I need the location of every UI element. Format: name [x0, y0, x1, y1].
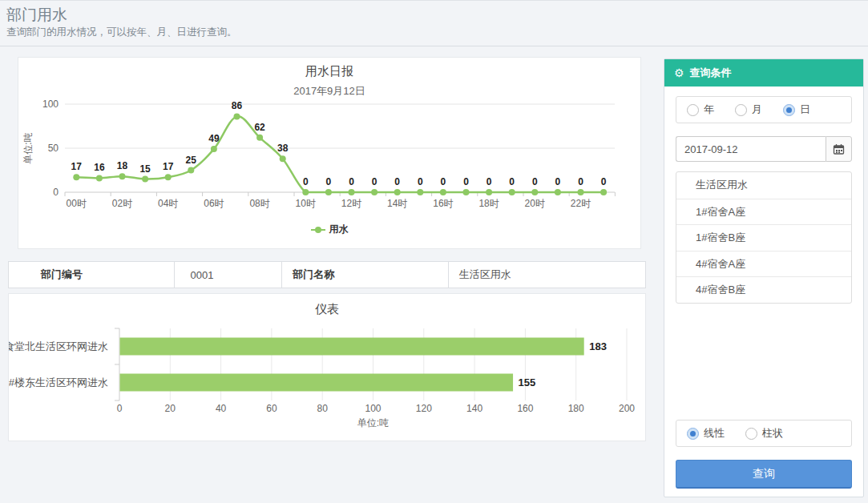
query-button[interactable]: 查询	[676, 460, 852, 489]
dept-name-value: 生活区用水	[449, 262, 645, 288]
data-point-label: 18	[117, 160, 128, 171]
data-point-label: 0	[349, 176, 354, 187]
data-point-label: 0	[601, 176, 607, 187]
data-point-label: 25	[186, 155, 197, 166]
x-tick-label: 80	[317, 403, 329, 414]
data-point[interactable]	[280, 155, 286, 162]
dept-id-label: 部门编号	[9, 262, 175, 288]
department-list: 生活区用水1#宿舍A座1#宿舍B座4#宿舍A座4#宿舍B座	[676, 171, 852, 304]
data-point[interactable]	[531, 189, 538, 195]
line-chart-legend[interactable]: 用水	[18, 223, 640, 236]
meter-bar-chart-panel: 仪表 020406080100120140160180200食堂北生活区环网进水…	[8, 293, 646, 441]
bar-category-label: 1#楼东生活区环网进水	[9, 376, 108, 388]
data-point[interactable]	[440, 189, 446, 195]
x-tick-label: 100	[365, 403, 381, 414]
line-chart-title: 用水日报	[18, 64, 640, 79]
bar-chart: 020406080100120140160180200食堂北生活区环网进水183…	[9, 322, 647, 442]
dept-list-item[interactable]: 4#宿舍B座	[676, 276, 851, 303]
radio-label: 柱状	[762, 426, 783, 441]
dept-list-item[interactable]: 4#宿舍A座	[676, 251, 851, 277]
data-point[interactable]	[142, 176, 148, 183]
dept-name-label: 部门名称	[282, 262, 448, 288]
line-series-icon	[311, 229, 325, 231]
x-tick-label: 00时	[67, 198, 87, 209]
data-point[interactable]	[394, 189, 401, 195]
bar[interactable]	[120, 338, 584, 356]
date-input[interactable]	[676, 136, 826, 162]
radio-label: 月	[752, 103, 762, 117]
data-point-label: 0	[303, 176, 309, 187]
dept-list-item[interactable]: 1#宿舍B座	[676, 224, 851, 251]
x-tick-label: 160	[517, 403, 533, 414]
dept-list-item[interactable]: 生活区用水	[676, 172, 851, 199]
y-axis-name: 单位:吨	[22, 132, 34, 163]
x-tick-label: 06时	[204, 198, 224, 209]
dept-list-item[interactable]: 1#宿舍A座	[676, 199, 851, 225]
calendar-button[interactable]	[826, 136, 852, 162]
x-tick-label: 08时	[249, 198, 269, 209]
gear-icon: ⚙	[674, 67, 684, 78]
radio-icon	[783, 104, 795, 116]
data-point[interactable]	[325, 189, 332, 195]
sidebar-title: 查询条件	[690, 66, 732, 80]
radio-icon	[687, 428, 699, 440]
data-point[interactable]	[165, 174, 172, 180]
data-point[interactable]	[302, 189, 309, 195]
y-tick-label: 100	[42, 99, 59, 110]
x-tick-label: 14时	[387, 198, 407, 209]
calendar-icon	[833, 143, 845, 155]
radio-icon	[687, 104, 699, 116]
radio-icon	[735, 104, 747, 116]
data-point[interactable]	[73, 174, 79, 180]
data-point[interactable]	[211, 146, 217, 152]
date-picker-group	[676, 136, 852, 162]
period-radio-option[interactable]: 月	[735, 103, 762, 117]
data-point[interactable]	[349, 189, 355, 195]
x-axis-name: 单位:吨	[357, 417, 389, 429]
data-point[interactable]	[463, 189, 470, 195]
data-point[interactable]	[119, 173, 126, 179]
bar-value-label: 183	[589, 340, 607, 352]
period-radio-option[interactable]: 年	[687, 103, 714, 117]
x-tick-label: 22时	[571, 198, 591, 209]
data-point-label: 0	[555, 176, 561, 187]
x-tick-label: 10时	[296, 198, 316, 209]
data-point[interactable]	[486, 189, 492, 195]
data-point[interactable]	[96, 175, 103, 181]
data-point-label: 0	[509, 176, 515, 187]
bar-chart-title: 仪表	[9, 302, 645, 317]
dept-id-value: 0001	[175, 262, 283, 288]
data-point-label: 0	[486, 176, 492, 187]
period-radio-option[interactable]: 日	[783, 103, 810, 117]
x-tick-label: 20时	[525, 198, 545, 209]
data-point[interactable]	[188, 167, 194, 174]
data-point[interactable]	[417, 189, 423, 195]
data-point[interactable]	[578, 189, 584, 195]
x-tick-label: 04时	[158, 198, 178, 209]
data-point-label: 15	[139, 163, 151, 175]
x-tick-label: 180	[568, 403, 584, 414]
x-tick-label: 60	[266, 403, 277, 414]
data-point-label: 86	[232, 100, 243, 111]
x-tick-label: 120	[416, 403, 432, 414]
style-radio-option[interactable]: 线性	[687, 426, 725, 441]
x-tick-label: 12时	[341, 198, 361, 209]
page-subtitle: 查询部门的用水情况，可以按年、月、日进行查询。	[6, 26, 237, 39]
x-tick-label: 200	[619, 403, 635, 414]
bar[interactable]	[120, 374, 514, 392]
data-point[interactable]	[256, 135, 263, 141]
data-point[interactable]	[555, 189, 561, 195]
data-point-label: 62	[254, 122, 265, 133]
daily-water-line-chart-panel: 用水日报 2017年9月12日 05010000时02时04时06时08时10时…	[18, 57, 641, 249]
data-point[interactable]	[371, 189, 377, 195]
data-point[interactable]	[600, 189, 607, 195]
data-point[interactable]	[234, 113, 240, 119]
data-point-label: 0	[326, 176, 332, 187]
data-point-label: 0	[532, 176, 538, 187]
sidebar-header: ⚙ 查询条件	[664, 59, 863, 87]
data-point[interactable]	[509, 189, 515, 195]
data-point-label: 0	[578, 176, 583, 187]
style-radio-option[interactable]: 柱状	[745, 426, 783, 441]
x-tick-label: 16时	[433, 198, 453, 209]
x-tick-label: 140	[466, 403, 482, 414]
